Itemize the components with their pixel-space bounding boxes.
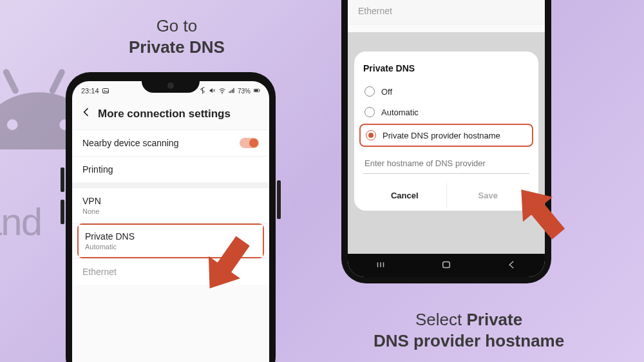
row-vpn-sub: None [82,207,101,215]
radio-provider-circle[interactable] [366,130,376,140]
toggle-nearby[interactable] [240,138,259,148]
battery-text: 73% [238,88,251,95]
wifi-icon [218,87,226,95]
row-printing[interactable]: Printing [72,156,269,182]
caption-right-line2: DNS provider hostname [374,331,564,350]
dialog-title: Private DNS [363,63,529,73]
row-ethernet-label: Ethernet [82,267,117,277]
android-navbar [348,254,545,277]
caption-right-bold1: Private [466,310,522,329]
image-icon [102,87,109,95]
nav-back-icon[interactable] [506,259,518,272]
bluetooth-icon [199,87,207,95]
row-vpn[interactable]: VPN None [72,187,269,223]
radio-off-label: Off [381,87,392,97]
back-icon[interactable] [81,107,91,120]
volume-up-button [61,167,64,192]
caption-right-line1a: Select [415,310,467,329]
notch-left [142,81,200,93]
caption-left-line2: Private DNS [129,37,225,57]
radio-auto-circle[interactable] [365,107,375,117]
settings-header: More connection settings [72,97,269,129]
status-time: 23:14 [81,87,99,95]
svg-point-0 [7,119,18,130]
arrow-left [185,227,269,304]
nav-recent-icon[interactable] [375,259,386,272]
arrow-right [496,167,580,251]
svg-rect-6 [254,90,258,91]
power-button [277,180,281,219]
svg-rect-7 [260,90,260,91]
mute-icon [209,87,216,95]
behind-ethernet-label: Ethernet [358,6,392,16]
row-nearby-scanning[interactable]: Nearby device scanning [72,129,269,156]
section-gap [72,182,269,187]
behind-row-ethernet: Ethernet [348,0,545,24]
row-printing-label: Printing [82,164,113,175]
radio-provider-label: Private DNS provider hostname [383,131,500,140]
radio-auto-label: Automatic [381,108,419,117]
highlight-provider-option: Private DNS provider hostname [359,124,533,147]
row-private-dns-sub: Automatic [85,243,135,251]
radio-auto[interactable]: Automatic [363,102,529,122]
row-private-dns-label: Private DNS [85,231,135,242]
signal-icon [228,87,236,95]
cancel-button[interactable]: Cancel [363,183,446,208]
caption-left-line1: Go to [156,16,198,35]
nav-home-icon[interactable] [440,259,452,272]
volume-down-button [61,200,64,224]
caption-left: Go to Private DNS [129,15,225,57]
header-title: More connection settings [98,108,231,120]
android-text-bg: and [0,200,41,244]
radio-off-circle[interactable] [365,86,375,97]
radio-provider[interactable]: Private DNS provider hostname [366,129,527,142]
behind-settings-list: Private DNS Automatic Ethernet [348,0,545,24]
phone-frame-left: 23:14 73% More connection settings Nearb [66,72,276,362]
caption-right: Select Private DNS provider hostname [374,309,564,351]
row-vpn-label: VPN [82,196,101,206]
radio-off[interactable]: Off [363,81,529,102]
svg-rect-10 [443,262,450,267]
svg-point-4 [222,93,223,94]
battery-icon [252,87,260,95]
row-nearby-label: Nearby device scanning [82,138,178,148]
phone-screen-left: 23:14 73% More connection settings Nearb [72,81,269,362]
